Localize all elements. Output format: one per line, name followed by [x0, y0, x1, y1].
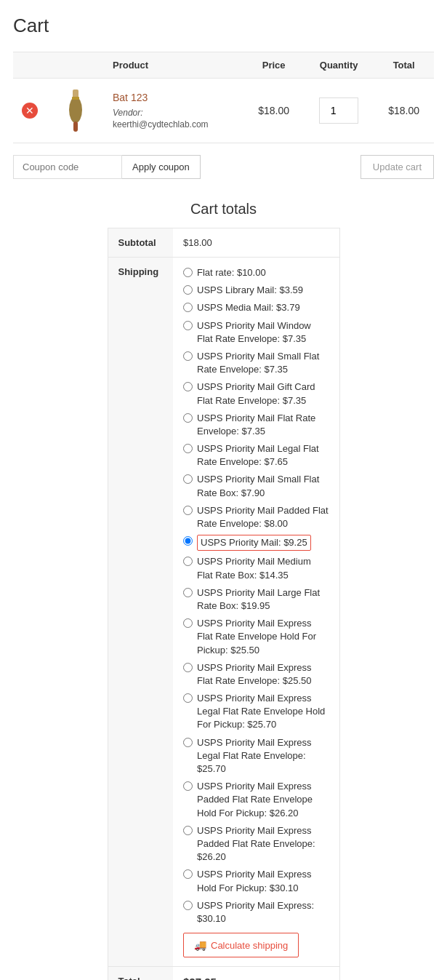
total-value: $27.25 [173, 967, 339, 980]
shipping-option-label-usps_express_legal_pickup[interactable]: USPS Priority Mail Express Legal Flat Ra… [197, 692, 329, 732]
shipping-radio-usps_priority_medium[interactable] [183, 557, 193, 566]
shipping-option-label-usps_priority_small_box[interactable]: USPS Priority Mail Small Flat Rate Box: … [197, 473, 329, 499]
shipping-radio-usps_priority_legal[interactable] [183, 444, 193, 453]
shipping-option-label-usps_priority[interactable]: USPS Priority Mail: $9.25 [197, 535, 311, 551]
shipping-option-usps_media: USPS Media Mail: $3.79 [183, 301, 329, 314]
total-label: Total [108, 967, 173, 980]
shipping-option-label-usps_priority_flat[interactable]: USPS Priority Mail Flat Rate Envelope: $… [197, 412, 329, 438]
shipping-radio-usps_express_legal[interactable] [183, 738, 193, 747]
shipping-option-usps_priority_giftcard: USPS Priority Mail Gift Card Flat Rate E… [183, 381, 329, 407]
shipping-radio-usps_express_hold_pickup[interactable] [183, 869, 193, 879]
shipping-options-list: Flat rate: $10.00USPS Library Mail: $3.5… [183, 266, 329, 925]
shipping-option-label-usps_priority_legal[interactable]: USPS Priority Mail Legal Flat Rate Envel… [197, 442, 329, 469]
shipping-radio-usps_express_legal_pickup[interactable] [183, 693, 193, 703]
subtotal-row: Subtotal $18.00 [108, 228, 339, 258]
coupon-row: Apply coupon Update cart [13, 155, 434, 179]
shipping-option-usps_priority_window: USPS Priority Mail Window Flat Rate Enve… [183, 319, 329, 346]
shipping-radio-usps_media[interactable] [183, 303, 193, 312]
subtotal-label: Subtotal [108, 228, 173, 258]
shipping-radio-usps_priority[interactable] [183, 536, 193, 546]
shipping-option-label-usps_express_window[interactable]: USPS Priority Mail Express Flat Rate Env… [197, 617, 329, 657]
svg-point-1 [69, 97, 82, 123]
shipping-option-usps_priority_medium: USPS Priority Mail Medium Flat Rate Box:… [183, 555, 329, 581]
apply-coupon-button[interactable]: Apply coupon [122, 155, 201, 179]
truck-icon: 🚚 [194, 939, 206, 951]
shipping-radio-usps_express_padded_pickup[interactable] [183, 781, 193, 791]
shipping-radio-usps_priority_window[interactable] [183, 321, 193, 330]
shipping-option-label-usps_express_padded_pickup[interactable]: USPS Priority Mail Express Padded Flat R… [197, 780, 329, 820]
shipping-radio-usps_express_padded[interactable] [183, 826, 193, 835]
shipping-row: Shipping Flat rate: $10.00USPS Library M… [108, 258, 339, 967]
shipping-radio-usps_express_window[interactable] [183, 618, 193, 628]
shipping-radio-flat_rate[interactable] [183, 268, 193, 277]
total-row: Total $27.25 [108, 967, 339, 980]
shipping-options-cell: Flat rate: $10.00USPS Library Mail: $3.5… [173, 258, 339, 967]
totals-table: Subtotal $18.00 Shipping Flat rate: $10.… [108, 228, 340, 980]
shipping-option-label-usps_priority_giftcard[interactable]: USPS Priority Mail Gift Card Flat Rate E… [197, 381, 329, 407]
col-header-total: Total [374, 52, 434, 79]
shipping-option-usps_express_padded: USPS Priority Mail Express Padded Flat R… [183, 824, 329, 864]
cart-totals-section: Cart totals Subtotal $18.00 Shipping Fla… [13, 201, 434, 980]
shipping-option-label-usps_express_flat[interactable]: USPS Priority Mail Express Flat Rate Env… [197, 661, 329, 688]
item-total: $18.00 [374, 79, 434, 143]
shipping-radio-usps_library[interactable] [183, 285, 193, 295]
shipping-option-usps_priority_small: USPS Priority Mail Small Flat Rate Envel… [183, 350, 329, 376]
shipping-option-label-usps_priority_large[interactable]: USPS Priority Mail Large Flat Rate Box: … [197, 586, 329, 613]
shipping-option-usps_priority_flat: USPS Priority Mail Flat Rate Envelope: $… [183, 412, 329, 438]
shipping-option-usps_express_flat: USPS Priority Mail Express Flat Rate Env… [183, 661, 329, 688]
shipping-option-usps_priority_legal: USPS Priority Mail Legal Flat Rate Envel… [183, 442, 329, 469]
shipping-option-label-usps_priority_window[interactable]: USPS Priority Mail Window Flat Rate Enve… [197, 319, 329, 346]
shipping-radio-usps_priority_large[interactable] [183, 588, 193, 597]
calc-shipping-label: Calculate shipping [211, 940, 288, 951]
svg-rect-2 [73, 121, 78, 132]
shipping-option-label-usps_priority_small[interactable]: USPS Priority Mail Small Flat Rate Envel… [197, 350, 329, 376]
col-header-remove [13, 52, 47, 79]
shipping-option-usps_express: USPS Priority Mail Express: $30.10 [183, 899, 329, 925]
shipping-radio-usps_priority_giftcard[interactable] [183, 382, 193, 391]
shipping-option-usps_express_hold_pickup: USPS Priority Mail Express Hold For Pick… [183, 868, 329, 894]
shipping-radio-usps_express[interactable] [183, 901, 193, 910]
shipping-option-usps_priority_large: USPS Priority Mail Large Flat Rate Box: … [183, 586, 329, 613]
shipping-option-usps_library: USPS Library Mail: $3.59 [183, 284, 329, 297]
shipping-option-usps_priority_padded: USPS Priority Mail Padded Flat Rate Enve… [183, 504, 329, 530]
shipping-label: Shipping [108, 258, 173, 967]
shipping-option-label-usps_express_hold_pickup[interactable]: USPS Priority Mail Express Hold For Pick… [197, 868, 329, 894]
table-row: ✕ Bat 123 Vendor: [13, 79, 434, 143]
cart-totals-title: Cart totals [108, 201, 340, 218]
page-title: Cart [13, 15, 434, 37]
shipping-option-label-flat_rate[interactable]: Flat rate: $10.00 [197, 266, 266, 279]
cart-table: Product Price Quantity Total ✕ [13, 52, 434, 143]
shipping-option-label-usps_express_padded[interactable]: USPS Priority Mail Express Padded Flat R… [197, 824, 329, 864]
col-header-image [47, 52, 104, 79]
remove-item-button[interactable]: ✕ [22, 103, 38, 119]
coupon-input[interactable] [13, 155, 122, 179]
shipping-radio-usps_priority_small_box[interactable] [183, 474, 193, 484]
shipping-radio-usps_priority_padded[interactable] [183, 506, 193, 515]
quantity-input[interactable] [319, 97, 358, 124]
shipping-radio-usps_express_flat[interactable] [183, 663, 193, 672]
col-header-price: Price [243, 52, 304, 79]
shipping-option-usps_priority: USPS Priority Mail: $9.25 [183, 535, 329, 551]
shipping-option-flat_rate: Flat rate: $10.00 [183, 266, 329, 279]
shipping-radio-usps_priority_small[interactable] [183, 351, 193, 361]
shipping-option-label-usps_express[interactable]: USPS Priority Mail Express: $30.10 [197, 899, 329, 925]
item-price: $18.00 [243, 79, 304, 143]
calculate-shipping-button[interactable]: 🚚 Calculate shipping [183, 933, 299, 957]
svg-rect-3 [72, 97, 79, 100]
shipping-option-usps_express_window: USPS Priority Mail Express Flat Rate Env… [183, 617, 329, 657]
vendor-label: Vendor: [113, 108, 143, 118]
shipping-option-label-usps_priority_padded[interactable]: USPS Priority Mail Padded Flat Rate Enve… [197, 504, 329, 530]
shipping-option-label-usps_express_legal[interactable]: USPS Priority Mail Express Legal Flat Ra… [197, 736, 329, 776]
product-image [55, 89, 95, 132]
shipping-option-label-usps_priority_medium[interactable]: USPS Priority Mail Medium Flat Rate Box:… [197, 555, 329, 581]
shipping-option-usps_express_legal_pickup: USPS Priority Mail Express Legal Flat Ra… [183, 692, 329, 732]
update-cart-button[interactable]: Update cart [361, 155, 434, 179]
col-header-quantity: Quantity [304, 52, 374, 79]
shipping-option-usps_express_padded_pickup: USPS Priority Mail Express Padded Flat R… [183, 780, 329, 820]
shipping-option-label-usps_library[interactable]: USPS Library Mail: $3.59 [197, 284, 303, 297]
product-name-link[interactable]: Bat 123 [113, 92, 235, 103]
shipping-option-label-usps_media[interactable]: USPS Media Mail: $3.79 [197, 301, 300, 314]
vendor-email: keerthi@cydtechlab.com [113, 119, 209, 130]
shipping-radio-usps_priority_flat[interactable] [183, 413, 193, 423]
shipping-option-usps_express_legal: USPS Priority Mail Express Legal Flat Ra… [183, 736, 329, 776]
